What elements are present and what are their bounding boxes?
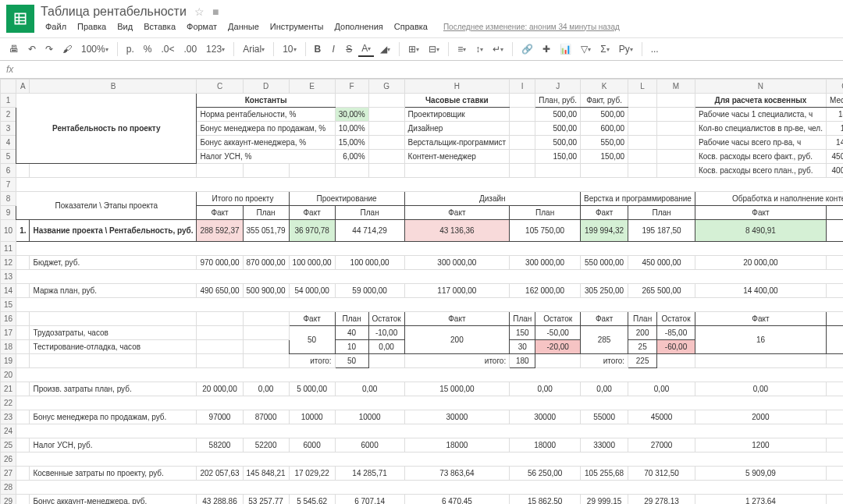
cell[interactable]: 10 bbox=[826, 122, 843, 136]
metric-label[interactable]: Трудозатраты, часов bbox=[30, 326, 197, 340]
const-val[interactable]: 15,00% bbox=[335, 136, 368, 150]
cell[interactable]: План bbox=[826, 206, 843, 220]
cell[interactable]: 550,00 bbox=[581, 136, 628, 150]
rates-fact-h[interactable]: Факт, руб. bbox=[581, 94, 628, 108]
cell[interactable]: 150 bbox=[510, 326, 535, 340]
currency-button[interactable]: р. bbox=[123, 42, 137, 56]
row-num[interactable]: 14 bbox=[1, 284, 16, 298]
cell[interactable]: 14 285,71 bbox=[335, 467, 404, 481]
menu-data[interactable]: Данные bbox=[223, 20, 264, 33]
cell[interactable]: 199 994,32 bbox=[581, 220, 628, 242]
redo-icon[interactable]: ↷ bbox=[42, 42, 56, 56]
indirect-label[interactable]: Рабочие часы 1 специалиста, ч bbox=[695, 108, 826, 122]
cell[interactable]: 8 490,91 bbox=[695, 220, 826, 242]
row-7[interactable]: 7 bbox=[1, 178, 844, 192]
cell[interactable]: 202 057,63 bbox=[197, 467, 243, 481]
cell[interactable]: 52200 bbox=[243, 438, 289, 453]
cell[interactable]: 5 909,09 bbox=[695, 467, 826, 481]
cell[interactable]: 50 bbox=[289, 326, 335, 354]
cell[interactable]: 73 863,64 bbox=[404, 467, 510, 481]
cell[interactable]: итого: bbox=[404, 354, 510, 368]
col-L[interactable]: L bbox=[628, 80, 657, 94]
menu-help[interactable]: Справка bbox=[389, 20, 432, 33]
font-size-select[interactable]: 10 bbox=[279, 42, 299, 56]
cell[interactable]: 45000 bbox=[628, 410, 695, 424]
cell[interactable]: 14 400,00 bbox=[826, 284, 843, 298]
cell[interactable]: 305 250,00 bbox=[581, 284, 628, 298]
col-F[interactable]: F bbox=[335, 80, 368, 94]
section-total[interactable]: Итого по проекту bbox=[197, 192, 289, 206]
cell[interactable]: 490 650,00 bbox=[197, 284, 243, 298]
indirect-label[interactable]: Кол-во специалистов в пр-ве, чел. bbox=[695, 122, 826, 136]
cell[interactable]: 5 000,00 bbox=[289, 382, 335, 396]
row-20[interactable]: 20 bbox=[1, 368, 844, 382]
cell[interactable]: 30 bbox=[510, 340, 535, 354]
chart-icon[interactable]: 📊 bbox=[557, 42, 574, 56]
indirect-label[interactable]: Косв. расходы всего факт., руб. bbox=[695, 150, 826, 164]
col-M[interactable]: M bbox=[657, 80, 695, 94]
cell[interactable]: 87000 bbox=[243, 410, 289, 424]
cell[interactable]: 15 000,00 bbox=[404, 382, 510, 396]
row-num[interactable]: 3 bbox=[1, 122, 16, 136]
undo-icon[interactable]: ↶ bbox=[25, 42, 39, 56]
cell[interactable]: 200 bbox=[628, 326, 657, 340]
cell[interactable]: Факт bbox=[581, 206, 628, 220]
rate-label[interactable]: Контент-менеджер bbox=[404, 150, 510, 164]
const-label[interactable]: Норма рентабельности, % bbox=[197, 108, 335, 122]
cell[interactable]: 2000 bbox=[695, 410, 826, 424]
cell[interactable]: Факт bbox=[581, 312, 628, 326]
row-12[interactable]: 12 Бюджет, руб. 970 000,00 870 000,00 10… bbox=[1, 256, 844, 270]
cell[interactable]: Факт bbox=[695, 312, 826, 326]
cell[interactable]: 0,00 bbox=[368, 340, 404, 354]
cell[interactable]: Факт bbox=[289, 312, 335, 326]
cell[interactable]: итого: bbox=[581, 354, 628, 368]
metric-label[interactable]: Бонус менеджера по продажам, руб. bbox=[30, 410, 197, 424]
row-num[interactable]: 15 bbox=[1, 298, 16, 312]
col-O[interactable]: O bbox=[826, 80, 843, 94]
cell[interactable]: 16 bbox=[826, 326, 843, 354]
section-content[interactable]: Обработка и наполнение контентом bbox=[695, 192, 843, 206]
menu-addons[interactable]: Дополнения bbox=[329, 20, 387, 33]
row-29[interactable]: 29 Бонус аккаунт-менеджера, руб. 43 288,… bbox=[1, 495, 844, 505]
cell[interactable]: 97000 bbox=[197, 410, 243, 424]
col-D[interactable]: D bbox=[243, 80, 289, 94]
link-icon[interactable]: 🔗 bbox=[518, 42, 536, 56]
cell[interactable]: План bbox=[628, 312, 657, 326]
cell[interactable]: 150,00 bbox=[535, 150, 581, 164]
cell[interactable]: 70 312,50 bbox=[628, 467, 695, 481]
row-num[interactable]: 7 bbox=[1, 178, 16, 192]
metric-label[interactable]: Косвенные затраты по проекту, руб. bbox=[30, 467, 197, 481]
text-color-button[interactable]: A bbox=[358, 41, 374, 57]
cell[interactable]: 145 848,21 bbox=[243, 467, 289, 481]
cell[interactable]: 870 000,00 bbox=[243, 256, 289, 270]
row-24[interactable]: 24 bbox=[1, 424, 844, 438]
folder-icon[interactable]: ■ bbox=[212, 5, 219, 18]
col-E[interactable]: E bbox=[289, 80, 335, 94]
borders-icon[interactable]: ⊞ bbox=[405, 42, 422, 56]
row-num[interactable]: 17 bbox=[1, 326, 16, 340]
functions-icon[interactable]: Σ bbox=[597, 42, 612, 56]
const-val[interactable]: 30,00% bbox=[335, 108, 368, 122]
cell[interactable]: 10000 bbox=[289, 410, 335, 424]
row-1[interactable]: 1 Рентабельность по проекту Константы Ча… bbox=[1, 94, 844, 108]
row-28[interactable]: 28 bbox=[1, 481, 844, 495]
metric-label[interactable]: Бюджет, руб. bbox=[30, 256, 197, 270]
cell[interactable]: 500,00 bbox=[581, 108, 628, 122]
cell[interactable]: 0,00 bbox=[826, 382, 843, 396]
row-num[interactable]: 13 bbox=[1, 270, 16, 284]
cell[interactable]: 18000 bbox=[510, 438, 581, 453]
row-8[interactable]: 8 Показатели \ Этапы проекта Итого по пр… bbox=[1, 192, 844, 206]
const-label[interactable]: Налог УСН, % bbox=[197, 150, 335, 164]
dec-increase-icon[interactable]: .00 bbox=[180, 42, 200, 56]
cell[interactable]: 20 000,00 bbox=[695, 256, 826, 270]
row-17[interactable]: 17 Трудозатраты, часов 50 40 -10,00 200 … bbox=[1, 326, 844, 340]
cell[interactable]: 43 288,86 bbox=[197, 495, 243, 505]
cell[interactable]: 450000 bbox=[826, 150, 843, 164]
row-num[interactable]: 21 bbox=[1, 382, 16, 396]
cell[interactable]: 27000 bbox=[628, 438, 695, 453]
row-15[interactable]: 15 bbox=[1, 298, 844, 312]
menu-view[interactable]: Вид bbox=[112, 20, 137, 33]
indicators-h[interactable]: Показатели \ Этапы проекта bbox=[16, 192, 197, 220]
cell[interactable]: 0,00 bbox=[581, 382, 628, 396]
cell[interactable]: 9 400,00 bbox=[826, 220, 843, 242]
